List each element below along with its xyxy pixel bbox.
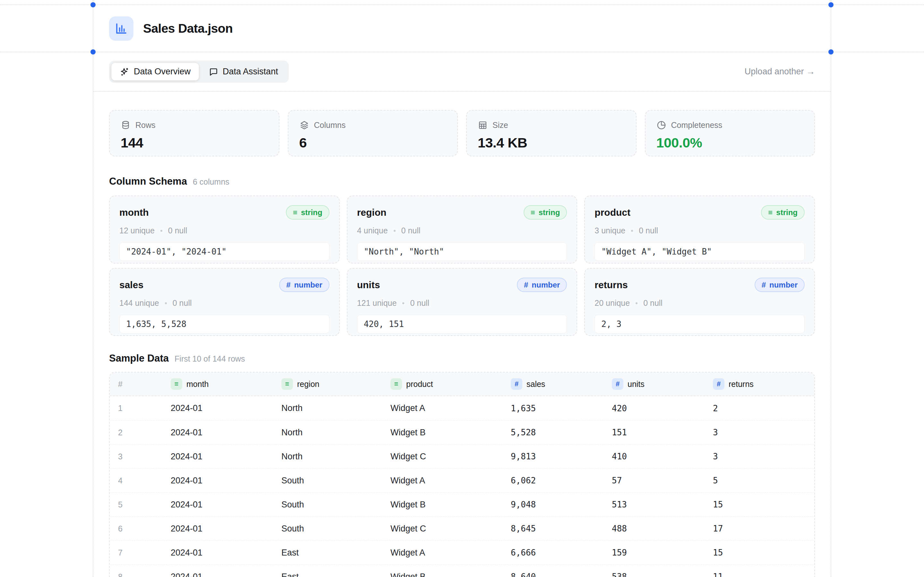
type-badge: # number — [517, 277, 567, 292]
cell-index: 3 — [118, 452, 171, 461]
main-content: Rows 144 Columns 6 Size 13.4 KB Complete… — [93, 110, 831, 577]
table-row: 4 2024-01 South Widget A 6,062 57 5 — [110, 468, 814, 492]
cell-returns: 3 — [713, 452, 814, 461]
sample-values: 2, 3 — [594, 315, 804, 334]
tab-group: Data Overview Data Assistant — [109, 61, 289, 83]
type-label: number — [294, 280, 322, 290]
type-icon: # — [286, 280, 290, 290]
stat-card: Size 13.4 KB — [466, 110, 636, 156]
type-icon: ≡ — [531, 207, 535, 218]
column-type-icon: # — [511, 378, 522, 390]
tabs-row: Data Overview Data Assistant Upload anot… — [93, 52, 831, 91]
table-column-header: # returns — [713, 378, 814, 390]
type-label: string — [776, 207, 798, 218]
schema-grid: month ≡ string 12 unique 0 null "2024-01… — [109, 195, 815, 336]
cell-returns: 3 — [713, 428, 814, 437]
cell-sales: 1,635 — [511, 404, 612, 413]
null-count: 0 null — [168, 226, 187, 235]
dot-separator — [631, 230, 633, 232]
database-icon — [121, 120, 131, 130]
cell-month: 2024-01 — [171, 548, 281, 558]
type-badge: ≡ string — [523, 205, 567, 219]
table-row: 2 2024-01 North Widget B 5,528 151 3 — [110, 420, 814, 444]
cell-returns: 15 — [713, 500, 814, 509]
column-type-icon: ≡ — [391, 378, 402, 390]
cell-returns: 17 — [713, 524, 814, 533]
cell-sales: 8,645 — [511, 524, 612, 533]
sparkles-icon — [120, 67, 129, 77]
cell-product: Widget A — [391, 403, 511, 413]
null-count: 0 null — [639, 226, 658, 235]
null-count: 0 null — [173, 298, 192, 308]
tab-data-assistant[interactable]: Data Assistant — [200, 63, 286, 81]
stat-card: Columns 6 — [288, 110, 458, 156]
cell-month: 2024-01 — [171, 500, 281, 510]
table-row: 6 2024-01 South Widget C 8,645 488 17 — [110, 516, 814, 540]
table-column-header: # sales — [511, 378, 612, 390]
unique-count: 20 unique — [594, 298, 630, 308]
cell-index: 4 — [118, 476, 171, 485]
cell-units: 57 — [612, 476, 713, 485]
cell-region: South — [281, 476, 391, 486]
file-header: Sales Data.json — [93, 5, 831, 52]
stat-label: Size — [493, 121, 508, 130]
cell-region: East — [281, 548, 391, 558]
sample-values: "2024-01", "2024-01" — [120, 242, 330, 261]
table-row: 7 2024-01 East Widget A 6,666 159 15 — [110, 540, 814, 564]
table-row: 1 2024-01 North Widget A 1,635 420 2 — [110, 396, 814, 420]
table-row: 3 2024-01 North Widget C 9,813 410 3 — [110, 444, 814, 468]
unique-count: 121 unique — [357, 298, 397, 308]
resize-handle[interactable] — [829, 2, 834, 7]
table-column-header: # units — [612, 378, 713, 390]
cell-index: 6 — [118, 524, 171, 533]
cell-product: Widget C — [391, 452, 511, 462]
unique-count: 12 unique — [120, 226, 155, 235]
cell-product: Widget A — [391, 476, 511, 486]
cell-product: Widget A — [391, 548, 511, 558]
upload-another-link[interactable]: Upload another → — [745, 67, 815, 77]
tab-label: Data Assistant — [223, 67, 278, 77]
cell-units: 151 — [612, 428, 713, 437]
stat-card: Rows 144 — [109, 110, 279, 156]
null-count: 0 null — [401, 226, 421, 235]
column-label: region — [297, 380, 320, 389]
sample-values: 1,635, 5,528 — [120, 315, 330, 334]
unique-count: 4 unique — [357, 226, 388, 235]
resize-handle[interactable] — [829, 49, 834, 55]
tab-data-overview[interactable]: Data Overview — [111, 63, 199, 81]
table-body: 1 2024-01 North Widget A 1,635 420 2 2 2… — [110, 396, 814, 577]
type-badge: ≡ string — [761, 205, 804, 219]
column-name: month — [120, 207, 149, 218]
schema-card: product ≡ string 3 unique 0 null "Widget… — [584, 195, 815, 263]
cell-units: 159 — [612, 548, 713, 558]
stat-value: 144 — [121, 135, 268, 151]
resize-handle[interactable] — [90, 2, 95, 7]
column-label: month — [186, 380, 208, 389]
schema-section-head: Column Schema 6 columns — [109, 176, 815, 187]
bar-chart-icon — [109, 16, 134, 41]
type-badge: # number — [279, 277, 329, 292]
table-column-header: ≡ product — [391, 378, 511, 390]
cell-product: Widget B — [391, 428, 511, 438]
dot-separator — [636, 302, 638, 304]
column-label: # — [118, 380, 123, 389]
column-type-icon: # — [713, 378, 724, 390]
page-title: Sales Data.json — [143, 21, 233, 35]
schema-card: returns # number 20 unique 0 null 2, 3 — [584, 268, 815, 336]
cell-region: East — [281, 572, 391, 577]
sample-values: 420, 151 — [357, 315, 567, 334]
dot-separator — [165, 302, 167, 304]
type-icon: # — [524, 280, 528, 290]
layers-icon — [299, 120, 309, 130]
sample-values: "North", "North" — [357, 242, 567, 261]
table-column-header: ≡ region — [281, 378, 391, 390]
cell-sales: 6,666 — [511, 548, 612, 558]
cell-returns: 5 — [713, 476, 814, 485]
null-count: 0 null — [410, 298, 429, 308]
tab-label: Data Overview — [134, 67, 191, 77]
null-count: 0 null — [643, 298, 662, 308]
resize-handle[interactable] — [90, 49, 95, 55]
cell-units: 488 — [612, 524, 713, 533]
column-type-icon: ≡ — [171, 378, 182, 390]
cell-product: Widget C — [391, 524, 511, 534]
